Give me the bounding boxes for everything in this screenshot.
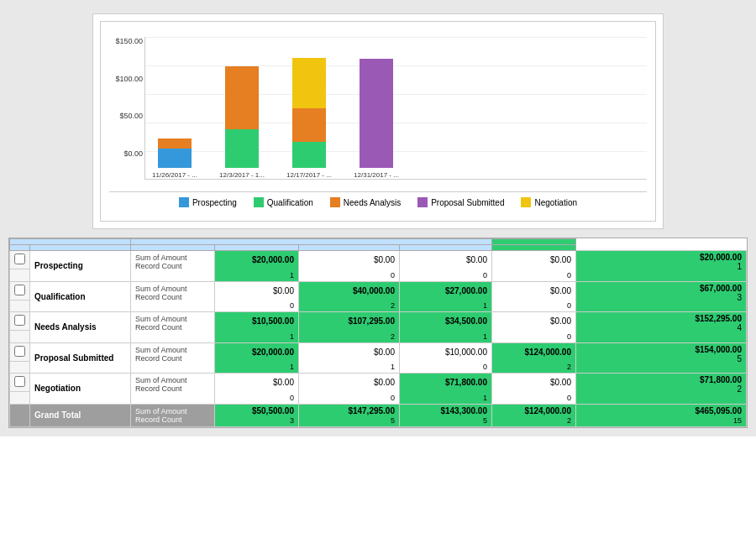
- count-cell-4-1: 0: [299, 392, 400, 405]
- metrics-label-2: Sum of AmountRecord Count: [131, 312, 215, 343]
- metrics-label-4: Sum of AmountRecord Count: [131, 374, 215, 405]
- table-row-0: ProspectingSum of AmountRecord Count$20,…: [10, 251, 747, 269]
- amount-cell-0-3: $0.00: [492, 251, 576, 269]
- count-cell-3-2: 0: [400, 361, 492, 374]
- count-cell-2-3: 0: [492, 331, 576, 343]
- bar-stack-3: [292, 58, 326, 168]
- bar-needs-3: [292, 108, 326, 142]
- amount-cell-4-3: $0.00: [492, 374, 576, 392]
- stage-name-3: Proposal Submitted: [30, 342, 131, 374]
- amount-cell-0-2: $0.00: [400, 251, 492, 269]
- legend-proposal: Proposal Submitted: [417, 197, 504, 207]
- amount-cell-0-1: $0.00: [299, 251, 400, 269]
- count-cell-2-0: 1: [215, 331, 299, 343]
- bar-label-3: 12/17/2017 - ...: [286, 171, 332, 179]
- amount-cell-2-3: $0.00: [492, 312, 576, 331]
- legend-label-needs-analysis: Needs Analysis: [344, 198, 401, 207]
- legend-label-proposal: Proposal Submitted: [431, 198, 504, 207]
- bar-label-4: 12/31/2017 - ...: [354, 171, 399, 179]
- count-cell-1-3: 0: [492, 300, 576, 312]
- legend-label-qualification: Qualification: [267, 198, 313, 207]
- header-date-4: [400, 245, 492, 251]
- bar-group-3: 12/17/2017 - ...: [288, 58, 330, 179]
- metrics-label-1: Sum of AmountRecord Count: [131, 281, 215, 312]
- legend-box-qualification: [254, 197, 264, 207]
- count-cell-3-0: 1: [215, 361, 299, 374]
- amount-cell-4-0: $0.00: [215, 374, 299, 392]
- grand-amount-1: $67,000.003: [576, 281, 747, 312]
- bar-stack-4: [360, 59, 393, 168]
- legend-label-negotiation: Negotiation: [534, 198, 577, 207]
- count-cell-1-2: 1: [400, 300, 492, 312]
- amount-cell-2-0: $10,500.00: [215, 312, 299, 331]
- amount-cell-3-3: $124,000.00: [492, 342, 576, 361]
- bar-proposal-4: [360, 59, 393, 168]
- amount-cell-3-0: $20,000.00: [215, 342, 299, 361]
- amount-cell-1-0: $0.00: [215, 281, 299, 300]
- chart-container: $150.00 $100.00 $50.00 $0.00: [100, 21, 656, 222]
- y-axis-label: [0, 0, 34, 529]
- amount-cell-2-1: $107,295.00: [299, 312, 400, 331]
- stage-name-1: Qualification: [30, 281, 131, 312]
- header-grand-col: [492, 245, 576, 251]
- table-row-4: NegotiationSum of AmountRecord Count$0.0…: [10, 374, 747, 392]
- bar-qual-2: [225, 129, 259, 168]
- count-cell-0-2: 0: [400, 269, 492, 282]
- header-stage: [30, 245, 131, 251]
- bar-stack-2: [225, 66, 259, 168]
- legend-label-prospecting: Prospecting: [192, 198, 237, 207]
- grand-amount-2: $152,295.004: [576, 312, 747, 343]
- amount-cell-4-2: $71,800.00: [400, 374, 492, 392]
- legend-box-needs-analysis: [330, 197, 340, 207]
- bar-stack-1: [158, 138, 192, 168]
- count-cell-4-0: 0: [215, 392, 299, 405]
- amount-cell-1-2: $27,000.00: [400, 281, 492, 300]
- legend-negotiation: Negotiation: [521, 197, 577, 207]
- count-cell-2-2: 1: [400, 331, 492, 343]
- pivot-table: ProspectingSum of AmountRecord Count$20,…: [8, 238, 748, 428]
- y-tick-100: $100.00: [109, 75, 143, 83]
- stage-name-4: Negotiation: [30, 374, 131, 405]
- table-row-3: Proposal SubmittedSum of AmountRecord Co…: [10, 342, 747, 361]
- legend-box-negotiation: [521, 197, 531, 207]
- amount-cell-4-1: $0.00: [299, 374, 400, 392]
- stage-name-2: Needs Analysis: [30, 312, 131, 343]
- bar-needs-1: [158, 138, 192, 149]
- grand-total-label: Grand Total: [30, 404, 131, 426]
- bar-qual-3: [292, 142, 326, 168]
- table-row-2: Needs AnalysisSum of AmountRecord Count$…: [10, 312, 747, 331]
- header-date-1: [131, 245, 215, 251]
- count-cell-4-3: 0: [492, 392, 576, 405]
- chart-legend: Prospecting Qualification Needs Analysis…: [109, 191, 647, 212]
- count-cell-1-1: 2: [299, 300, 400, 312]
- bar-group-1: 11/26/2017 - ...: [154, 138, 196, 179]
- grand-total-grand: $465,095.0015: [576, 404, 747, 426]
- amount-cell-2-2: $34,500.00: [400, 312, 492, 331]
- header-date-2: [215, 245, 299, 251]
- table-row-1: QualificationSum of AmountRecord Count$0…: [10, 281, 747, 300]
- count-cell-3-3: 2: [492, 361, 576, 374]
- bar-group-2: 12/3/2017 - 1...: [221, 66, 263, 179]
- grand-amount-4: $71,800.002: [576, 374, 747, 405]
- amount-cell-1-1: $40,000.00: [299, 281, 400, 300]
- grand-amount-0: $20,000.001: [576, 251, 747, 282]
- bar-group-4: 12/31/2017 - ...: [355, 59, 397, 179]
- count-cell-2-1: 2: [299, 331, 400, 343]
- chart-section: $150.00 $100.00 $50.00 $0.00: [92, 13, 664, 229]
- amount-cell-3-1: $0.00: [299, 342, 400, 361]
- y-tick-50: $50.00: [109, 112, 143, 120]
- stage-name-0: Prospecting: [30, 251, 131, 282]
- count-cell-4-2: 1: [400, 392, 492, 405]
- grand-amount-3: $154,000.005: [576, 342, 747, 374]
- y-tick-150: $150.00: [109, 37, 143, 45]
- count-cell-3-1: 1: [299, 361, 400, 374]
- amount-cell-1-3: $0.00: [492, 281, 576, 300]
- grand-total-metrics: Sum of AmountRecord Count: [131, 404, 215, 426]
- grand-total-row: Grand TotalSum of AmountRecord Count$50,…: [10, 404, 747, 426]
- y-tick-0: $0.00: [109, 149, 143, 158]
- legend-qualification: Qualification: [254, 197, 313, 207]
- count-cell-0-0: 1: [215, 269, 299, 282]
- bar-label-2: 12/3/2017 - 1...: [219, 171, 265, 179]
- grand-total-col-3: $124,000.002: [492, 404, 576, 426]
- bar-neg-3: [292, 58, 326, 108]
